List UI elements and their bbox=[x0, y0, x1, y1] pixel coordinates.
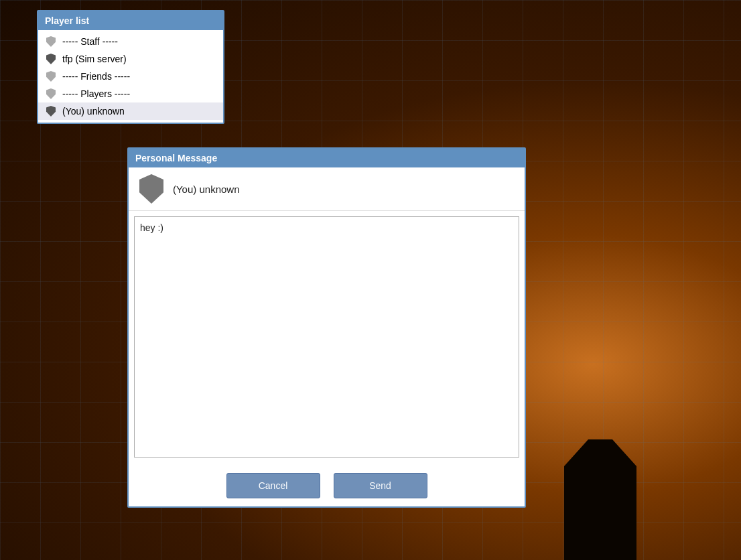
pm-titlebar: Personal Message bbox=[129, 149, 525, 167]
player-list-body: ----- Staff ----- tfp (Sim server) -----… bbox=[38, 30, 223, 123]
pm-buttons-row: Cancel Send bbox=[129, 465, 525, 506]
pm-recipient-name: (You) unknown bbox=[173, 184, 240, 195]
you-icon bbox=[45, 105, 57, 117]
players-header-icon bbox=[45, 88, 57, 100]
players-header-label: ----- Players ----- bbox=[62, 88, 130, 99]
pm-avatar-icon bbox=[138, 174, 165, 204]
tfp-label: tfp (Sim server) bbox=[62, 54, 127, 64]
player-list-item-players[interactable]: ----- Players ----- bbox=[38, 85, 223, 102]
player-list-item-staff[interactable]: ----- Staff ----- bbox=[38, 33, 223, 50]
player-list-window: Player list ----- Staff ----- tfp (Sim s… bbox=[37, 10, 224, 124]
pm-message-input[interactable] bbox=[134, 216, 519, 458]
cancel-button[interactable]: Cancel bbox=[226, 473, 320, 498]
tfp-icon bbox=[45, 53, 57, 65]
send-button[interactable]: Send bbox=[334, 473, 427, 498]
player-list-item-friends[interactable]: ----- Friends ----- bbox=[38, 68, 223, 85]
friends-header-icon bbox=[45, 70, 57, 82]
personal-message-window: Personal Message (You) unknown Cancel Se… bbox=[127, 147, 526, 508]
pm-recipient-row: (You) unknown bbox=[129, 167, 525, 211]
you-label: (You) unknown bbox=[62, 106, 125, 117]
staff-header-icon bbox=[45, 36, 57, 48]
pm-message-area bbox=[129, 211, 525, 465]
player-list-titlebar: Player list bbox=[38, 11, 223, 30]
friends-header-label: ----- Friends ----- bbox=[62, 71, 130, 82]
staff-header-label: ----- Staff ----- bbox=[62, 36, 118, 47]
player-list-item-you[interactable]: (You) unknown bbox=[38, 102, 223, 120]
player-list-item-tfp[interactable]: tfp (Sim server) bbox=[38, 50, 223, 68]
